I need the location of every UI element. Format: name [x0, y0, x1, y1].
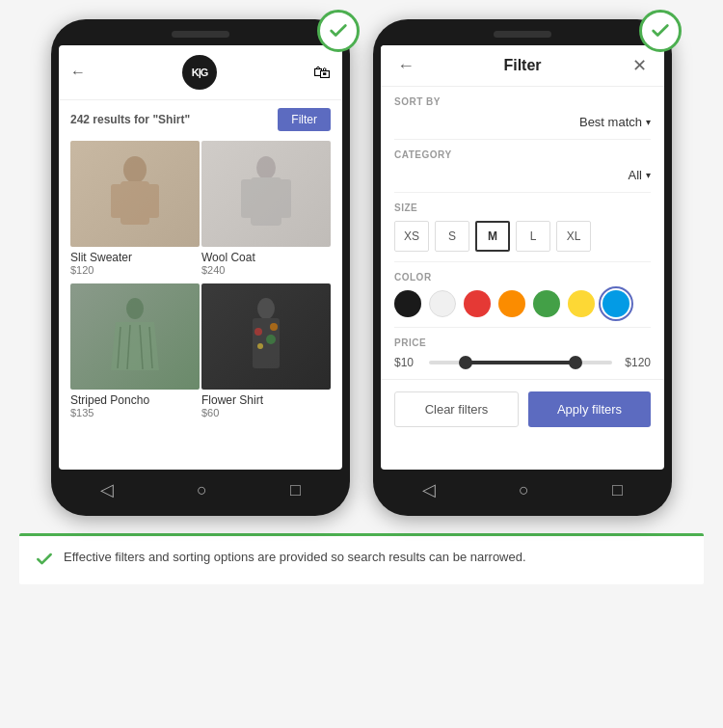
- phone-body-2: ← Filter ✕ SORT BY Best match: [373, 19, 672, 516]
- nav-back-icon-2[interactable]: ◁: [422, 479, 436, 500]
- svg-rect-2: [111, 184, 122, 218]
- price-slider-fill: [466, 361, 576, 364]
- sort-select-row: Best match ▾: [394, 115, 651, 129]
- product-price-1: $120: [70, 264, 200, 276]
- svg-point-14: [257, 298, 275, 319]
- color-label: COLOR: [394, 272, 651, 283]
- color-white[interactable]: [429, 290, 456, 317]
- category-select[interactable]: All ▾: [629, 168, 651, 182]
- color-orange[interactable]: [498, 290, 525, 317]
- nav-home-icon[interactable]: ○: [197, 480, 207, 500]
- category-label: CATEGORY: [394, 149, 651, 160]
- svg-rect-5: [251, 177, 281, 226]
- footer-check-icon: [35, 550, 54, 573]
- phone-screen-2: ← Filter ✕ SORT BY Best match: [381, 45, 664, 470]
- price-thumb-left[interactable]: [459, 356, 472, 369]
- sort-select[interactable]: Best match ▾: [579, 115, 651, 129]
- category-chevron-icon: ▾: [646, 170, 651, 180]
- color-section: COLOR: [394, 262, 651, 328]
- phone2-wrapper: ← Filter ✕ SORT BY Best match: [373, 19, 672, 516]
- sort-chevron-icon: ▾: [646, 117, 651, 127]
- product-image-2: [201, 141, 331, 247]
- results-text: 242 results for "Shirt": [70, 113, 190, 126]
- filter-button[interactable]: Filter: [278, 108, 331, 131]
- category-select-row: All ▾: [394, 168, 651, 182]
- svg-point-19: [270, 323, 278, 331]
- color-blue[interactable]: [602, 290, 629, 317]
- nav-home-icon-2[interactable]: ○: [519, 480, 529, 500]
- price-slider-track[interactable]: [429, 361, 612, 364]
- size-m[interactable]: M: [475, 221, 510, 252]
- phone-speaker-2: [494, 31, 551, 38]
- product-price-2: $240: [201, 264, 331, 276]
- nav-recent-icon[interactable]: □: [290, 480, 301, 500]
- svg-rect-6: [241, 179, 253, 218]
- price-max-label: $120: [620, 356, 651, 369]
- product-item[interactable]: Slit Sweater $120: [70, 141, 200, 282]
- svg-point-8: [126, 298, 144, 319]
- color-red[interactable]: [464, 290, 491, 317]
- shop-logo: K|G: [182, 55, 217, 90]
- category-section: CATEGORY All ▾: [394, 140, 651, 193]
- product-item[interactable]: Striped Poncho $135: [70, 283, 200, 424]
- check-badge-2: [639, 10, 682, 52]
- product-item[interactable]: Flower Shirt $60: [201, 283, 331, 424]
- product-price-4: $60: [201, 407, 331, 418]
- product-name-3: Striped Poncho: [70, 393, 200, 407]
- footer-text: Effective filters and sorting options ar…: [64, 548, 526, 567]
- svg-rect-7: [280, 179, 291, 218]
- phone2-nav-bar: ◁ ○ □: [381, 470, 664, 504]
- price-label: PRICE: [394, 337, 651, 348]
- phone-screen-1: ← K|G 🛍 242 results for "Shirt" Filter: [59, 45, 342, 470]
- footer-note: Effective filters and sorting options ar…: [19, 533, 704, 584]
- size-l[interactable]: L: [516, 221, 550, 252]
- size-section: SIZE XS S M L XL: [394, 193, 651, 262]
- svg-rect-3: [147, 184, 159, 218]
- cart-icon[interactable]: 🛍: [313, 63, 331, 83]
- size-label: SIZE: [394, 202, 651, 213]
- filter-header: ← Filter ✕: [381, 45, 664, 87]
- filter-back-button[interactable]: ←: [394, 56, 417, 76]
- filter-close-button[interactable]: ✕: [628, 55, 651, 76]
- sort-by-section: SORT BY Best match ▾: [394, 87, 651, 140]
- product-price-3: $135: [70, 407, 200, 418]
- svg-point-16: [254, 328, 262, 336]
- svg-point-18: [257, 343, 263, 349]
- price-section: PRICE $10 $120: [394, 328, 651, 379]
- phone-body-1: ← K|G 🛍 242 results for "Shirt" Filter: [51, 19, 350, 516]
- back-button[interactable]: ←: [70, 64, 86, 81]
- product-image-1: [70, 141, 200, 247]
- shop-header: ← K|G 🛍: [59, 45, 342, 100]
- apply-filters-button[interactable]: Apply filters: [528, 391, 651, 427]
- phone-speaker-1: [172, 31, 229, 38]
- price-thumb-right[interactable]: [569, 356, 582, 369]
- svg-point-0: [123, 156, 147, 183]
- phone1-wrapper: ← K|G 🛍 242 results for "Shirt" Filter: [51, 19, 350, 516]
- clear-filters-button[interactable]: Clear filters: [394, 391, 519, 427]
- product-name-1: Slit Sweater: [70, 251, 200, 264]
- size-xs[interactable]: XS: [394, 221, 429, 252]
- results-bar: 242 results for "Shirt" Filter: [59, 100, 342, 139]
- sort-by-label: SORT BY: [394, 96, 651, 107]
- product-item[interactable]: Wool Coat $240: [201, 141, 331, 282]
- color-black[interactable]: [394, 290, 421, 317]
- color-green[interactable]: [533, 290, 560, 317]
- svg-rect-1: [120, 181, 149, 225]
- color-options: [394, 290, 651, 317]
- price-min-label: $10: [394, 356, 421, 369]
- product-image-4: [201, 283, 331, 390]
- color-yellow[interactable]: [568, 290, 595, 317]
- phone1-nav-bar: ◁ ○ □: [59, 470, 342, 504]
- products-grid: Slit Sweater $120 W: [59, 139, 342, 424]
- product-name-4: Flower Shirt: [201, 393, 331, 407]
- size-s[interactable]: S: [435, 221, 469, 252]
- svg-point-4: [256, 156, 276, 179]
- check-badge-1: [317, 10, 360, 52]
- product-image-3: [70, 283, 200, 390]
- nav-recent-icon-2[interactable]: □: [612, 480, 623, 500]
- nav-back-icon[interactable]: ◁: [100, 479, 114, 500]
- price-range: $10 $120: [394, 356, 651, 369]
- size-xl[interactable]: XL: [556, 221, 591, 252]
- filter-title: Filter: [417, 57, 628, 74]
- size-options: XS S M L XL: [394, 221, 651, 252]
